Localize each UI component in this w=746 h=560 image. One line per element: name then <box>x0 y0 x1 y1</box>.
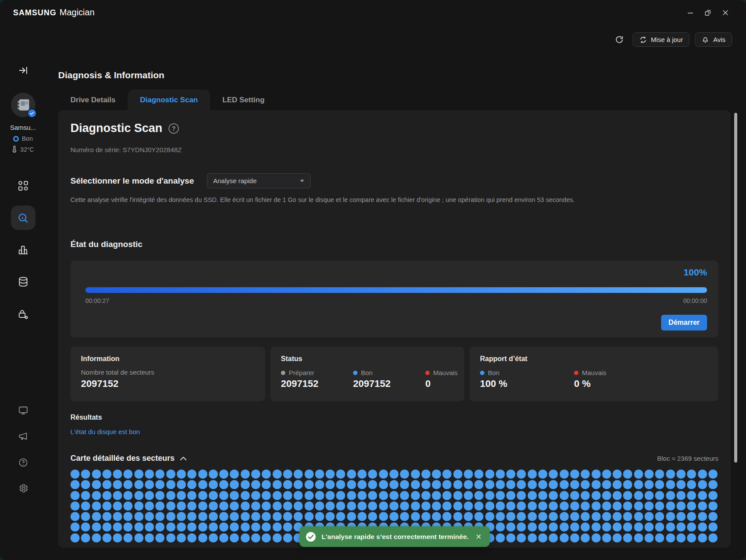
tab-diagnostic-scan[interactable]: Diagnostic Scan <box>128 90 210 110</box>
sidebar-item-performance[interactable] <box>11 238 35 262</box>
sector-dot <box>379 470 388 479</box>
sector-dot <box>305 491 314 500</box>
sector-dot <box>549 491 558 500</box>
sidebar-item-system[interactable] <box>14 401 33 420</box>
sector-dot <box>623 512 632 521</box>
sector-dot <box>81 533 90 543</box>
sector-dot <box>357 480 367 489</box>
sector-dot <box>496 533 505 543</box>
drive-avatar[interactable] <box>11 93 35 117</box>
notice-button[interactable]: Avis <box>695 32 732 47</box>
sector-dot <box>357 501 367 511</box>
sector-dot <box>209 480 218 489</box>
bar-chart-icon <box>18 244 29 256</box>
sector-dot <box>581 491 590 500</box>
sidebar-item-announcement[interactable] <box>14 427 33 446</box>
sector-dot <box>368 491 377 500</box>
sector-dot <box>92 470 101 479</box>
sector-dot <box>81 470 90 479</box>
sector-dot <box>155 501 165 511</box>
status-value: 0 <box>425 378 458 390</box>
sector-dot <box>549 480 558 489</box>
tab-led-setting[interactable]: LED Setting <box>210 90 277 110</box>
sector-dot <box>102 491 112 500</box>
close-button[interactable] <box>721 8 730 17</box>
scrollbar-thumb[interactable] <box>734 113 737 463</box>
sector-dot <box>485 491 494 500</box>
scan-help-icon[interactable]: ? <box>168 123 179 134</box>
sector-map-heading-row[interactable]: Carte détaillée des secteurs <box>70 454 187 463</box>
sector-dot <box>506 512 515 521</box>
sector-dot <box>305 470 314 479</box>
sector-dot <box>421 512 431 521</box>
sector-dot <box>496 512 505 521</box>
sector-dot <box>368 501 377 511</box>
sidebar-item-help[interactable] <box>14 453 33 472</box>
sector-dot <box>485 480 494 489</box>
sector-dot <box>474 470 483 479</box>
tab-bar: Drive Details Diagnostic Scan LED Settin… <box>58 90 277 110</box>
sector-dot <box>602 501 611 511</box>
tab-drive-details[interactable]: Drive Details <box>58 90 128 110</box>
sector-dot <box>198 533 207 543</box>
sector-dot <box>379 501 388 511</box>
sidebar-item-data-management[interactable] <box>11 270 35 294</box>
sector-dot <box>464 501 473 511</box>
sector-dot <box>708 512 718 521</box>
sector-dot <box>283 480 292 489</box>
sector-dot <box>474 480 483 489</box>
sector-dot <box>623 480 632 489</box>
report-value: 0 % <box>574 378 708 390</box>
sector-dot <box>209 470 218 479</box>
sector-dot <box>379 491 388 500</box>
sector-dot <box>336 512 345 521</box>
sector-dot <box>389 470 399 479</box>
sector-dot <box>166 480 175 489</box>
restore-button[interactable] <box>703 8 713 17</box>
sidebar-item-security[interactable] <box>11 302 35 327</box>
sector-dot <box>347 480 356 489</box>
sector-dot <box>187 480 196 489</box>
start-button[interactable]: Démarrer <box>661 315 707 330</box>
status-value: 2097152 <box>353 378 425 390</box>
sector-dot <box>219 491 228 500</box>
sector-dot <box>602 512 611 521</box>
samsung-magician-window: SAMSUNG Magician <box>0 0 746 560</box>
sector-dot <box>411 480 420 489</box>
sidebar-item-diagnosis[interactable] <box>11 205 35 230</box>
sector-dot <box>708 501 718 511</box>
sector-dot <box>528 512 537 521</box>
window-controls <box>686 8 730 17</box>
report-label: Mauvais <box>582 369 606 376</box>
sector-dot <box>613 491 622 500</box>
sector-dot <box>496 470 505 479</box>
sector-dot <box>326 491 335 500</box>
sector-dot <box>592 491 601 500</box>
sector-dot <box>368 480 377 489</box>
sector-dot <box>347 491 356 500</box>
sector-dot <box>92 533 101 543</box>
sector-dot <box>379 480 388 489</box>
sector-dot <box>70 470 80 479</box>
sector-dot <box>177 480 186 489</box>
update-button[interactable]: Mise à jour <box>633 32 690 47</box>
results-link[interactable]: L'état du disque est bon <box>70 428 140 435</box>
sector-dot <box>357 491 367 500</box>
samsung-wordmark: SAMSUNG <box>13 8 56 17</box>
sector-dot <box>528 470 537 479</box>
sector-dot <box>368 512 377 521</box>
update-label: Mise à jour <box>651 36 683 43</box>
mode-label: Sélectionner le mode d'analyse <box>70 176 194 186</box>
sector-dot <box>655 470 664 479</box>
mode-select[interactable]: Analyse rapide <box>207 173 311 188</box>
sector-dot <box>102 501 112 511</box>
sidebar-expand-button[interactable] <box>15 65 31 76</box>
refresh-button[interactable] <box>614 34 625 45</box>
sidebar-item-dashboard[interactable] <box>11 174 35 198</box>
sector-dot <box>70 480 80 489</box>
sidebar-item-settings[interactable] <box>14 479 33 498</box>
sector-dot <box>230 512 239 521</box>
toast-close-button[interactable] <box>474 532 483 541</box>
sector-dot <box>432 470 441 479</box>
minimize-button[interactable] <box>686 8 695 17</box>
